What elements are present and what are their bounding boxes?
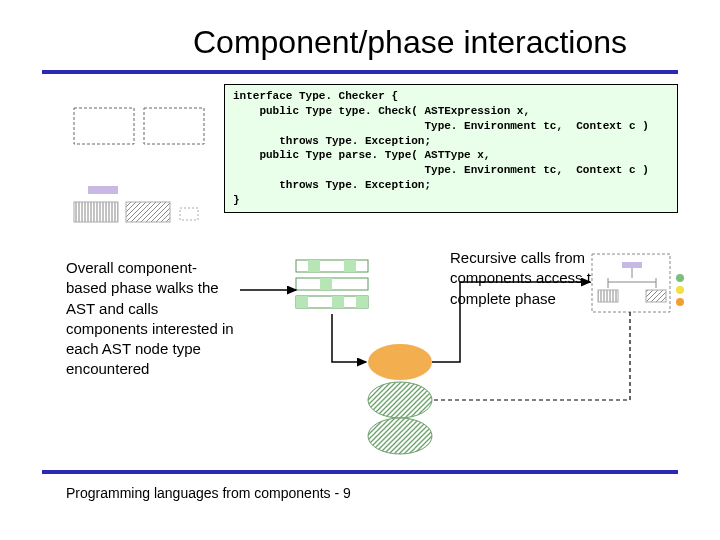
- svg-point-20: [676, 274, 684, 282]
- arrow-component-down: [434, 312, 630, 400]
- hatch-box-2: [126, 202, 170, 222]
- title-separator: [42, 70, 678, 74]
- green-stack: [296, 260, 368, 308]
- arrow-stack-to-ellipse: [332, 314, 366, 362]
- top-box-1: [74, 108, 134, 144]
- svg-point-21: [676, 286, 684, 294]
- svg-rect-7: [296, 278, 368, 290]
- hatch-ellipse-1: [368, 382, 432, 418]
- left-caption: Overall component-based phase walks the …: [66, 258, 236, 380]
- hatch-ellipse-2: [368, 418, 432, 454]
- orange-ellipse: [368, 344, 432, 380]
- svg-rect-6: [344, 260, 356, 272]
- hatch-box-3: [180, 208, 198, 220]
- page-title: Component/phase interactions: [0, 24, 720, 61]
- svg-rect-8: [320, 278, 332, 290]
- svg-rect-11: [332, 296, 344, 308]
- right-caption: Recursive calls from components access t…: [450, 248, 610, 309]
- slide-footer: Programming languages from components - …: [66, 485, 351, 501]
- purple-bar-1: [88, 186, 118, 194]
- svg-rect-19: [646, 290, 666, 302]
- svg-rect-9: [296, 296, 368, 308]
- svg-rect-5: [308, 260, 320, 272]
- footer-separator: [42, 470, 678, 474]
- top-box-2: [144, 108, 204, 144]
- svg-rect-4: [296, 260, 368, 272]
- hatch-box-1: [74, 202, 118, 222]
- svg-rect-13: [622, 262, 642, 268]
- svg-rect-12: [356, 296, 368, 308]
- svg-rect-10: [296, 296, 308, 308]
- code-listing: interface Type. Checker { public Type ty…: [224, 84, 678, 213]
- svg-point-22: [676, 298, 684, 306]
